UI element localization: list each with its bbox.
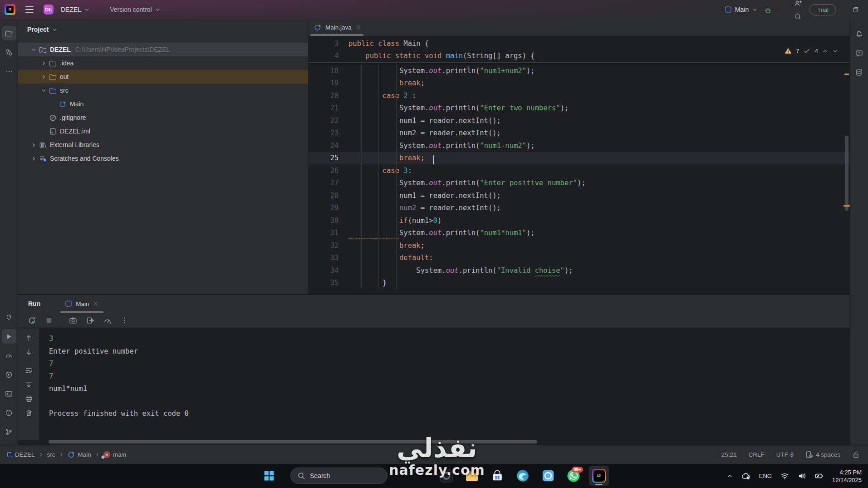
editor-area[interactable]: Main.java 7 4 3public class Main {4 publ… [309,19,850,294]
code-line[interactable]: 28 num1 = reader.nextInt(); [309,189,850,202]
file-encoding[interactable]: UTF-8 [776,451,794,458]
code-text[interactable]: public static void main(String[] args) { [348,52,535,60]
unlock-icon[interactable] [852,451,860,458]
code-with-me-button[interactable] [791,0,804,10]
line-number[interactable]: 31 [309,229,348,237]
clear-all-button[interactable] [23,407,34,419]
line-number[interactable]: 34 [309,266,348,275]
chevron-down-icon[interactable] [39,88,48,94]
windows-start-button[interactable] [259,466,279,486]
console-horizontal-scrollbar[interactable] [49,440,537,444]
line-number[interactable]: 23 [309,129,348,137]
tray-chevron-up-icon[interactable] [727,473,733,479]
code-text[interactable]: public class Main { [348,39,429,48]
code-line[interactable]: 3public class Main { [309,37,850,50]
code-line[interactable]: 35 } [309,277,850,290]
tree-item-external-libraries[interactable]: External Libraries [18,138,308,152]
code-text[interactable]: num2 = reader.nextInt(); [348,204,501,212]
rerun-button[interactable] [26,315,37,326]
line-number[interactable]: 19 [309,79,348,87]
code-text[interactable]: num1 = reader.nextInt(); [348,192,501,200]
chevron-right-icon[interactable] [39,74,48,80]
run-configuration-selector[interactable]: Main [721,4,761,15]
code-text[interactable]: break; [348,242,425,250]
ai-chat-button[interactable] [852,46,867,60]
chevron-down-icon[interactable] [29,47,38,53]
code-line[interactable]: 32 break; [309,239,850,252]
code-text[interactable]: } [348,279,387,287]
tree-item--gitignore[interactable]: .gitignore [18,111,308,124]
line-number[interactable]: 24 [309,142,348,150]
code-text[interactable]: case 3: [348,167,412,175]
project-tool-button[interactable] [2,26,16,40]
breadcrumb-main[interactable]: mmain [103,451,126,458]
tree-item--idea[interactable]: .idea [18,56,308,70]
code-line[interactable]: 31 System.out.println("num1*num1"); [309,227,850,240]
language-indicator[interactable]: ENG [759,473,772,479]
inspections-widget[interactable]: 7 4 [785,47,838,54]
services-tool-button[interactable] [2,367,16,382]
code-line[interactable]: 19 break; [309,77,850,90]
more-actions-button[interactable] [119,315,129,325]
line-number[interactable]: 26 [309,167,348,175]
line-number[interactable]: 30 [309,217,348,225]
tree-item-out[interactable]: out [18,70,308,84]
line-number[interactable]: 4 [309,52,348,60]
line-number[interactable]: 22 [309,117,348,125]
line-number[interactable]: 29 [309,204,348,212]
build-tool-button[interactable] [2,310,16,325]
edge-taskbar-button[interactable] [513,466,533,486]
copilot-taskbar-button[interactable] [436,466,456,486]
code-line[interactable]: 33 default: [309,252,850,265]
close-icon[interactable] [93,301,99,307]
code-line[interactable]: 27 System.out.println("Enter positive nu… [309,177,850,190]
intellij-taskbar-button[interactable]: IJ [589,466,609,486]
tree-item-scratches-and-consoles[interactable]: Scratches and Consoles [18,152,308,165]
breadcrumb-dezel[interactable]: DEZEL [7,451,35,458]
chevron-up-icon[interactable] [822,48,828,54]
tree-item-main[interactable]: Main [18,97,308,111]
database-tool-button[interactable] [852,65,867,79]
tree-item-dezel[interactable]: DEZELC:\Users\HP\IdeaProjects\DEZEL [18,43,308,56]
onedrive-icon[interactable] [741,472,750,481]
code-text[interactable]: System.out.println("num1*num1"); [348,229,535,237]
line-number[interactable]: 33 [309,254,348,262]
close-icon[interactable] [355,24,362,30]
debug-button[interactable] [761,4,775,17]
code-text[interactable]: System.out.println("num1-num2"); [348,142,535,150]
photos-taskbar-button[interactable] [538,466,558,486]
code-line[interactable]: 23 num2 = reader.nextInt(); [309,127,850,140]
code-text[interactable]: num1 = reader.nextInt(); [348,117,501,125]
wifi-icon[interactable] [780,472,789,480]
line-number[interactable]: 35 [309,279,348,287]
line-separator[interactable]: CRLF [748,451,764,458]
tab-main-java[interactable]: Main.java [309,19,368,36]
breadcrumb-src[interactable]: src [47,451,55,458]
project-switcher[interactable]: DEZEL [57,4,93,15]
version-control-menu[interactable]: Version control [106,4,164,15]
chevron-down-icon[interactable] [832,48,838,54]
code-line[interactable]: 20 case 2 : [309,89,850,102]
arrow-up-button[interactable] [23,332,34,344]
code-line[interactable]: 22 num1 = reader.nextInt(); [309,114,850,127]
editor-scrollbar[interactable] [845,136,848,211]
camera-button[interactable] [68,315,78,326]
whatsapp-taskbar-button[interactable]: 99+ [564,466,584,486]
code-text[interactable]: break; [348,154,425,162]
store-taskbar-button[interactable] [487,466,507,486]
terminal-tool-button[interactable] [2,386,16,401]
structure-tool-button[interactable] [2,45,16,59]
chevron-right-icon[interactable] [39,60,48,66]
code-line[interactable]: 18 System.out.println("num1+num2"); [309,64,850,77]
code-viewport[interactable]: 18 System.out.println("num1+num2");19 br… [309,63,850,289]
code-text[interactable]: System.out.println("num1+num2"); [348,67,535,75]
line-number[interactable]: 28 [309,192,348,200]
code-text[interactable]: if(num1>0) [348,217,441,225]
code-line[interactable]: 29 num2 = reader.nextInt(); [309,202,850,215]
notifications-button[interactable] [852,27,867,41]
line-number[interactable]: 25 [309,154,348,162]
code-text[interactable]: num2 = reader.nextInt(); [348,129,501,137]
code-text[interactable]: System.out.println("Enter two numbers"); [348,104,569,112]
taskbar-search-box[interactable]: Search [290,468,387,484]
indent-setting[interactable]: 4 spaces [805,451,840,458]
